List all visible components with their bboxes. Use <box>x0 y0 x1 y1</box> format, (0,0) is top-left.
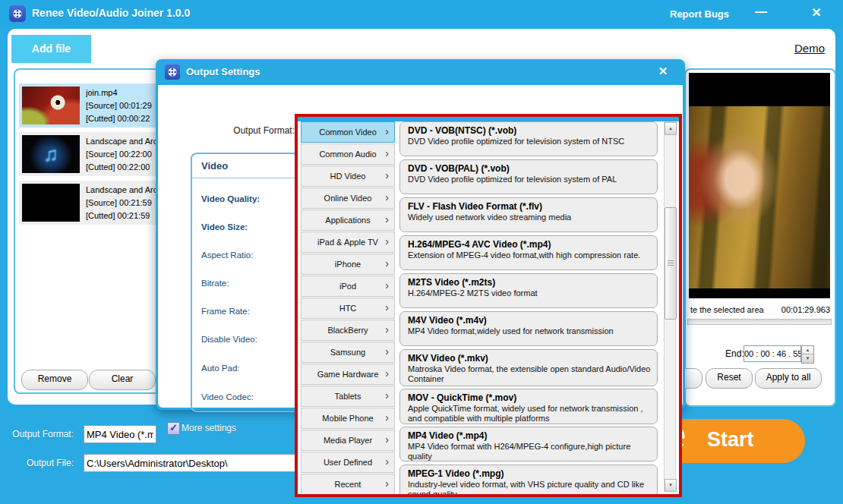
scrollbar-thumb[interactable] <box>665 207 677 320</box>
chevron-right-icon: › <box>385 232 389 251</box>
dialog-close-button[interactable]: ✕ <box>655 65 671 80</box>
format-flv[interactable]: FLV - Flash Video Format (*.flv) Widely … <box>399 197 658 232</box>
category-iphone[interactable]: iPhone› <box>301 254 395 275</box>
minimize-button[interactable]: — <box>751 5 771 21</box>
video-settings-panel: Video Video Quality: Video Size: Aspect … <box>191 153 299 412</box>
dialog-output-format-label: Output Format: <box>219 125 295 136</box>
chevron-right-icon: › <box>385 122 389 141</box>
end-label: End: <box>725 348 744 359</box>
video-panel-title: Video <box>192 160 298 178</box>
report-bugs-link[interactable]: Report Bugs <box>670 8 729 20</box>
category-label: BlackBerry <box>327 326 368 335</box>
category-label: iPod <box>339 282 356 291</box>
dialog-title-bar: Output Settings ✕ <box>156 59 685 85</box>
apply-to-all-button[interactable]: Apply to all <box>755 368 822 389</box>
dialog-title: Output Settings <box>186 66 260 77</box>
chevron-right-icon: › <box>385 276 389 295</box>
file-item-landscape-1[interactable]: ♫ Landscape and Arc [Source] 00:22:00 [C… <box>19 132 169 176</box>
chevron-right-icon: › <box>385 430 389 449</box>
more-settings-label: More settings <box>182 423 236 433</box>
format-desc: DVD Video profile optimized for televisi… <box>408 175 651 184</box>
chevron-right-icon: › <box>385 364 389 383</box>
current-time: 00:01:29.963 <box>781 305 830 314</box>
add-file-button[interactable]: Add file <box>11 35 91 63</box>
category-label: Common Video <box>319 128 377 137</box>
output-format-input[interactable] <box>84 425 156 443</box>
format-title: MKV Video (*.mkv) <box>408 353 657 364</box>
chevron-right-icon: › <box>385 188 389 207</box>
app-logo-icon <box>9 5 26 22</box>
category-media-player[interactable]: Media Player› <box>301 430 395 451</box>
category-recent[interactable]: Recent› <box>301 474 395 495</box>
scroll-up-icon[interactable]: ▲ <box>665 122 677 135</box>
format-desc: Widely used network video streaming medi… <box>408 213 651 222</box>
format-desc: Matroska Video format, the extensible op… <box>408 364 651 384</box>
category-tablets[interactable]: Tablets› <box>301 386 395 407</box>
category-ipod[interactable]: iPod› <box>301 276 395 297</box>
category-user-defined[interactable]: User Defined› <box>301 452 395 473</box>
video-preview[interactable] <box>689 73 830 298</box>
chevron-right-icon: › <box>385 474 389 493</box>
category-label: Tablets <box>335 392 362 401</box>
clear-button[interactable]: Clear <box>89 370 156 390</box>
aspect-ratio-label: Aspect Ratio: <box>201 250 253 260</box>
chevron-right-icon: › <box>385 166 389 185</box>
category-mobile-phone[interactable]: Mobile Phone› <box>301 408 395 429</box>
frame-rate-label: Frame Rate: <box>201 307 250 316</box>
category-common-video[interactable]: Common Video› <box>301 121 395 143</box>
category-list: Common Video› Common Audio› HD Video› On… <box>301 121 395 496</box>
category-common-audio[interactable]: Common Audio› <box>301 143 395 165</box>
output-file-input[interactable] <box>84 454 296 472</box>
format-title: M4V Video (*.m4v) <box>408 315 657 326</box>
stepper-up-icon[interactable]: ▲ <box>802 346 813 354</box>
category-applications[interactable]: Applications› <box>301 209 395 231</box>
chevron-right-icon: › <box>385 254 389 273</box>
category-game-hardware[interactable]: Game Hardware› <box>301 364 395 385</box>
title-bar: Renee Video/Audio Joiner 1.0.0 Report Bu… <box>0 0 843 27</box>
format-mkv[interactable]: MKV Video (*.mkv) Matroska Video format,… <box>399 349 658 386</box>
remove-button[interactable]: Remove <box>21 370 88 390</box>
chevron-right-icon: › <box>385 408 389 427</box>
close-button[interactable]: ✕ <box>807 5 826 21</box>
more-settings-checkbox[interactable]: ✓ <box>167 422 180 435</box>
category-ipad-apple-tv[interactable]: iPad & Apple TV› <box>301 232 395 253</box>
scroll-down-icon[interactable]: ▼ <box>665 479 677 492</box>
category-hd-video[interactable]: HD Video› <box>301 165 395 187</box>
video-codec-label: Video Codec: <box>201 392 254 402</box>
audio-thumbnail: ♫ <box>22 135 80 173</box>
app-window: Renee Video/Audio Joiner 1.0.0 Report Bu… <box>0 0 843 504</box>
format-title: H.264/MPEG-4 AVC Video (*.mp4) <box>408 239 657 250</box>
category-label: Mobile Phone <box>322 414 373 423</box>
file-item-join-mp4[interactable]: join.mp4 [Source] 00:01:29 [Cutted] 00:0… <box>19 83 169 128</box>
format-m4v[interactable]: M4V Video (*.m4v) MP4 Video format,widel… <box>399 311 658 346</box>
format-mov[interactable]: MOV - QuickTime (*.mov) Apple QuickTime … <box>399 389 658 424</box>
format-m2ts[interactable]: M2TS Video (*.m2ts) H.264/MPEG-2 M2TS vi… <box>399 273 658 308</box>
chevron-right-icon: › <box>385 298 389 317</box>
format-h264[interactable]: H.264/MPEG-4 AVC Video (*.mp4) Extension… <box>399 235 658 270</box>
music-note-icon: ♫ <box>43 143 58 166</box>
end-time-input[interactable] <box>744 345 801 362</box>
category-samsung[interactable]: Samsung› <box>301 342 395 363</box>
format-dvd-ntsc[interactable]: DVD - VOB(NTSC) (*.vob) DVD Video profil… <box>399 121 658 156</box>
category-label: HTC <box>339 304 357 313</box>
format-title: DVD - VOB(NTSC) (*.vob) <box>408 125 657 136</box>
selected-area-row: te the selected area 00:01:29.963 <box>690 305 830 314</box>
category-blackberry[interactable]: BlackBerry› <box>301 320 395 341</box>
category-online-video[interactable]: Online Video› <box>301 187 395 209</box>
format-desc: DVD Video profile optimized for televisi… <box>408 137 651 146</box>
auto-pad-label: Auto Pad: <box>201 364 240 373</box>
reset-button[interactable]: Reset <box>706 368 753 389</box>
demo-link[interactable]: Demo <box>794 42 825 55</box>
video-thumbnail <box>22 87 80 124</box>
file-item-landscape-2[interactable]: Landscape and Arc [Source] 00:21:59 [Cut… <box>19 181 169 225</box>
format-list-scrollbar[interactable]: ▲ ▼ <box>664 121 676 491</box>
stepper-down-icon[interactable]: ▼ <box>802 354 813 362</box>
format-mp4[interactable]: MP4 Video (*.mp4) MP4 Video format with … <box>399 427 658 461</box>
category-htc[interactable]: HTC› <box>301 298 395 319</box>
seek-slider[interactable] <box>687 319 832 325</box>
format-dvd-pal[interactable]: DVD - VOB(PAL) (*.vob) DVD Video profile… <box>399 159 658 194</box>
dialog-logo-icon <box>165 65 180 80</box>
category-label: iPad & Apple TV <box>317 238 378 247</box>
format-mpeg1[interactable]: MPEG-1 Video (*.mpg) Industry-level vide… <box>399 465 658 497</box>
format-desc: Industry-level video format, with VHS pi… <box>408 480 651 497</box>
